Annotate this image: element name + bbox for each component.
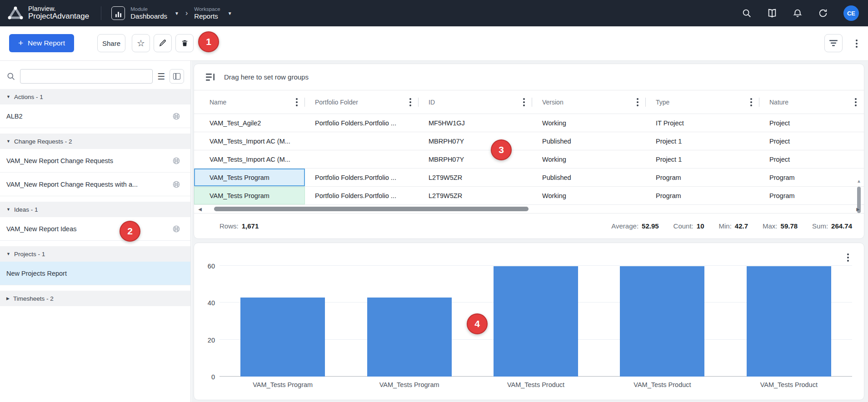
notifications-bell-icon[interactable] bbox=[793, 8, 803, 18]
breadcrumb-workspace-reports[interactable]: Workspace Reports ▼ bbox=[194, 6, 232, 20]
documentation-book-icon[interactable] bbox=[767, 8, 777, 18]
bar-series bbox=[219, 266, 852, 377]
column-menu-icon[interactable] bbox=[637, 101, 639, 103]
chevron-down-icon[interactable]: ▼ bbox=[228, 11, 232, 16]
cell-id[interactable]: MF5HW1GJ bbox=[419, 114, 532, 132]
sidebar-section-ideas[interactable]: ▼ Ideas - 1 bbox=[0, 202, 190, 217]
cell-portfolio[interactable]: Portfolio Folders.Portfolio ... bbox=[305, 187, 419, 204]
sidebar-item-change-requests-2[interactable]: VAM_New Report Change Requests with a... bbox=[0, 173, 190, 196]
sidebar-menu-icon[interactable]: ☰ bbox=[157, 72, 165, 81]
bar-vam-tests-product-3[interactable] bbox=[747, 266, 831, 377]
table-row[interactable]: VAM_Tests_Import AC (M... MBRPH07Y Publi… bbox=[194, 132, 864, 150]
cell-version[interactable]: Working bbox=[532, 187, 646, 204]
delete-trash-button[interactable] bbox=[175, 34, 194, 52]
cell-type[interactable]: Project 1 bbox=[646, 132, 759, 150]
column-header-version[interactable]: Version bbox=[532, 90, 646, 114]
scroll-up-icon[interactable]: ▲ bbox=[856, 179, 862, 184]
cell-version[interactable]: Published bbox=[532, 132, 646, 150]
cell-id[interactable]: MBRPH07Y bbox=[419, 132, 532, 150]
sidebar-item-alb2[interactable]: ALB2 bbox=[0, 104, 190, 128]
stat-value: 52.95 bbox=[642, 222, 659, 230]
user-avatar[interactable]: CE bbox=[843, 5, 859, 21]
new-report-button[interactable]: + New Report bbox=[9, 34, 74, 52]
cell-version[interactable]: Published bbox=[532, 169, 646, 186]
panel-collapse-icon bbox=[173, 73, 180, 79]
cell-id[interactable]: L2T9W5ZR bbox=[419, 169, 532, 186]
sidebar-search-input[interactable] bbox=[20, 69, 153, 84]
cell-portfolio[interactable]: Portfolio Folders.Portfolio ... bbox=[305, 169, 419, 186]
sidebar-item-ideas[interactable]: VAM_New Report Ideas bbox=[0, 217, 190, 241]
scroll-right-icon[interactable]: ▶ bbox=[852, 207, 864, 212]
table-row[interactable]: VAM_Tests_Import AC (M... MBRPH07Y Worki… bbox=[194, 150, 864, 169]
sidebar-section-change-requests[interactable]: ▼ Change Requests - 2 bbox=[0, 134, 190, 149]
column-menu-icon[interactable] bbox=[523, 101, 525, 103]
cell-name[interactable]: VAM_Tests_Import AC (M... bbox=[194, 150, 305, 168]
globe-icon bbox=[172, 225, 180, 233]
column-menu-icon[interactable] bbox=[409, 101, 411, 103]
table-row[interactable]: VAM_Test_Agile2 Portfolio Folders.Portfo… bbox=[194, 114, 864, 132]
column-menu-icon[interactable] bbox=[750, 101, 752, 103]
column-header-nature[interactable]: Nature bbox=[759, 90, 864, 114]
sidebar-section-projects[interactable]: ▼ Projects - 1 bbox=[0, 246, 190, 262]
share-button[interactable]: Share bbox=[97, 34, 125, 52]
cell-id[interactable]: L2T9W5ZR bbox=[419, 187, 532, 204]
cell-version[interactable]: Working bbox=[532, 114, 646, 132]
cell-type[interactable]: Program bbox=[646, 187, 759, 204]
horizontal-scroll-thumb[interactable] bbox=[214, 207, 529, 211]
cell-portfolio[interactable] bbox=[305, 150, 419, 168]
favorite-star-button[interactable]: ☆ bbox=[132, 34, 150, 52]
chart-kebab-menu[interactable] bbox=[842, 252, 854, 265]
refresh-icon[interactable] bbox=[818, 8, 828, 18]
y-tick-label: 20 bbox=[199, 337, 215, 344]
cell-name[interactable]: VAM_Tests_Import AC (M... bbox=[194, 132, 305, 150]
stat-min: Min: 42.7 bbox=[718, 222, 748, 230]
cell-name-selected[interactable]: VAM_Tests Program bbox=[194, 169, 305, 186]
breadcrumb-module-dashboards[interactable]: Module Dashboards ▼ bbox=[111, 6, 179, 20]
column-header-type[interactable]: Type bbox=[646, 90, 759, 114]
column-menu-icon[interactable] bbox=[855, 101, 857, 103]
cell-nature[interactable]: Project bbox=[759, 132, 864, 150]
filter-button[interactable] bbox=[824, 34, 843, 52]
cell-type[interactable]: Project 1 bbox=[646, 150, 759, 168]
bar-vam-tests-program-1[interactable] bbox=[240, 298, 325, 377]
collapse-panel-button[interactable] bbox=[170, 69, 184, 84]
cell-nature[interactable]: Program bbox=[759, 187, 864, 204]
globe-icon bbox=[172, 112, 180, 120]
cell-id[interactable]: MBRPH07Y bbox=[419, 150, 532, 168]
scroll-left-icon[interactable]: ◀ bbox=[194, 207, 206, 212]
section-label: Change Requests - 2 bbox=[14, 138, 72, 145]
bar-vam-tests-product-1[interactable] bbox=[494, 266, 578, 377]
column-header-id[interactable]: ID bbox=[419, 90, 532, 114]
planview-logo: Planview. ProjectAdvantage bbox=[0, 5, 89, 21]
section-label: Timesheets - 2 bbox=[13, 295, 54, 302]
cell-type[interactable]: IT Project bbox=[646, 114, 759, 132]
toolbar-kebab-menu[interactable] bbox=[851, 37, 863, 50]
horizontal-scrollbar[interactable]: ◀ ▶ bbox=[194, 205, 864, 213]
table-row-selected[interactable]: VAM_Tests Program Portfolio Folders.Port… bbox=[194, 169, 864, 187]
cell-version[interactable]: Working bbox=[532, 150, 646, 168]
cell-name-highlighted[interactable]: VAM_Tests Program bbox=[194, 187, 305, 204]
column-header-name[interactable]: Name bbox=[194, 90, 305, 114]
sidebar-section-actions[interactable]: ▼ Actions - 1 bbox=[0, 89, 190, 104]
column-header-portfolio-folder[interactable]: Portfolio Folder bbox=[305, 90, 419, 114]
cell-nature[interactable]: Project bbox=[759, 150, 864, 168]
horizontal-scroll-track[interactable] bbox=[206, 206, 852, 212]
cell-type[interactable]: Program bbox=[646, 169, 759, 186]
bar-vam-tests-product-2[interactable] bbox=[620, 266, 704, 377]
row-groups-hint: Drag here to set row groups bbox=[224, 73, 309, 81]
cell-name[interactable]: VAM_Test_Agile2 bbox=[194, 114, 305, 132]
search-icon[interactable] bbox=[742, 8, 752, 18]
edit-pencil-button[interactable] bbox=[154, 34, 172, 52]
sidebar-item-change-requests-1[interactable]: VAM_New Report Change Requests bbox=[0, 149, 190, 173]
bar-vam-tests-program-2[interactable] bbox=[367, 298, 452, 377]
sidebar-item-new-projects-report[interactable]: New Projects Report bbox=[0, 262, 190, 285]
column-menu-icon[interactable] bbox=[296, 101, 298, 103]
chevron-down-icon[interactable]: ▼ bbox=[175, 11, 179, 16]
sidebar-section-timesheets[interactable]: ▶ Timesheets - 2 bbox=[0, 291, 190, 306]
cell-nature[interactable]: Project bbox=[759, 114, 864, 132]
row-groups-dropzone[interactable]: Drag here to set row groups bbox=[194, 64, 864, 90]
cell-portfolio[interactable]: Portfolio Folders.Portfolio ... bbox=[305, 114, 419, 132]
cell-nature[interactable]: Program bbox=[759, 169, 864, 186]
cell-portfolio[interactable] bbox=[305, 132, 419, 150]
table-row-highlighted[interactable]: VAM_Tests Program Portfolio Folders.Port… bbox=[194, 187, 864, 205]
